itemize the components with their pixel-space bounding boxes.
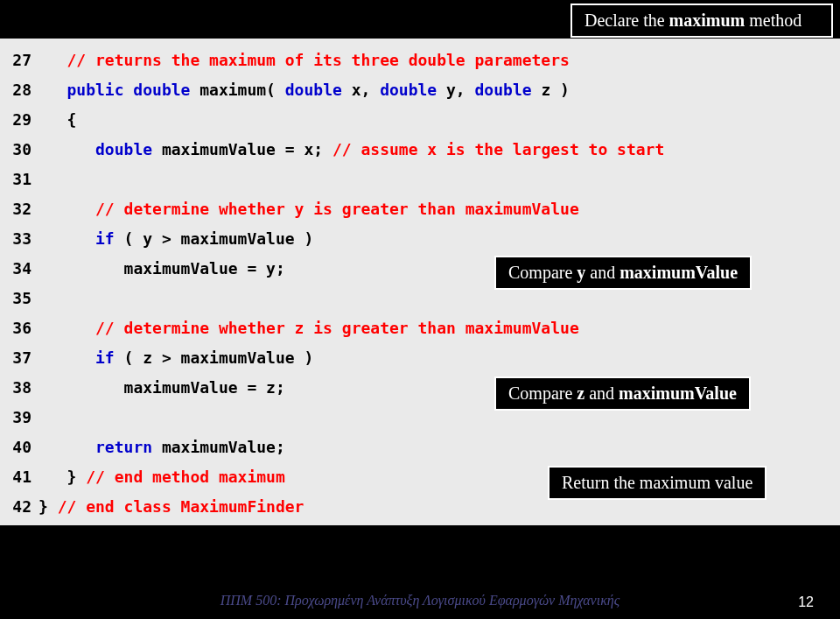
callout-compare-z: Compare z and maximumValue	[494, 376, 751, 411]
line-number: 29	[0, 105, 38, 135]
line-number: 33	[0, 224, 38, 254]
code-content: double maximumValue = x; // assume x is …	[38, 135, 840, 165]
callout-compare-y: Compare y and maximumValue	[494, 256, 752, 290]
callout-bold: maximumValue	[620, 263, 738, 282]
callout-text: and	[584, 383, 619, 403]
line-number: 32	[0, 194, 38, 224]
line-number: 36	[0, 313, 38, 343]
code-content: // determine whether z is greater than m…	[38, 313, 840, 343]
line-number: 40	[0, 433, 38, 462]
line-number: 30	[0, 135, 38, 165]
footer-text: ΠΠΜ 500: Προχωρημένη Ανάπτυξη Λογισμικού…	[0, 593, 840, 608]
code-content: if ( y > maximumValue )	[38, 224, 840, 254]
callout-bold: maximum	[669, 11, 746, 30]
line-number: 38	[0, 373, 38, 403]
code-content: if ( z > maximumValue )	[38, 343, 840, 373]
line-number: 42	[0, 492, 38, 522]
callout-text: Return the maximum value	[562, 473, 752, 492]
code-line: 27 // returns the maximum of its three d…	[0, 46, 840, 75]
callout-text: and	[585, 263, 620, 282]
line-number: 39	[0, 403, 38, 433]
code-content: return maximumValue;	[38, 433, 840, 462]
code-line: 28 public double maximum( double x, doub…	[0, 75, 840, 105]
callout-bold: z	[577, 383, 584, 403]
line-number: 34	[0, 254, 38, 284]
callout-text: method	[745, 11, 802, 30]
callout-text: Declare the	[584, 11, 669, 30]
line-number: 37	[0, 343, 38, 373]
code-line: 36 // determine whether z is greater tha…	[0, 313, 840, 343]
code-line: 40 return maximumValue;	[0, 433, 840, 462]
line-number: 31	[0, 165, 38, 194]
callout-text: Compare	[508, 263, 577, 282]
callout-bold: y	[577, 263, 585, 282]
line-number: 27	[0, 46, 38, 75]
code-content: {	[38, 105, 840, 135]
page-number: 12	[798, 594, 814, 610]
code-line: 31	[0, 165, 840, 194]
code-content: // returns the maximum of its three doub…	[38, 46, 840, 75]
callout-bold: maximumValue	[619, 383, 737, 403]
code-line: 30 double maximumValue = x; // assume x …	[0, 135, 840, 165]
callout-return: Return the maximum value	[548, 466, 766, 500]
code-line: 37 if ( z > maximumValue )	[0, 343, 840, 373]
line-number: 35	[0, 284, 38, 313]
code-content: // determine whether y is greater than m…	[38, 194, 840, 224]
code-line: 32 // determine whether y is greater tha…	[0, 194, 840, 224]
code-line: 33 if ( y > maximumValue )	[0, 224, 840, 254]
line-number: 28	[0, 75, 38, 105]
callout-declare-maximum: Declare the maximum method	[570, 4, 833, 38]
code-line: 29 {	[0, 105, 840, 135]
callout-text: Compare	[508, 383, 577, 403]
code-content: public double maximum( double x, double …	[38, 75, 840, 105]
line-number: 41	[0, 462, 38, 492]
